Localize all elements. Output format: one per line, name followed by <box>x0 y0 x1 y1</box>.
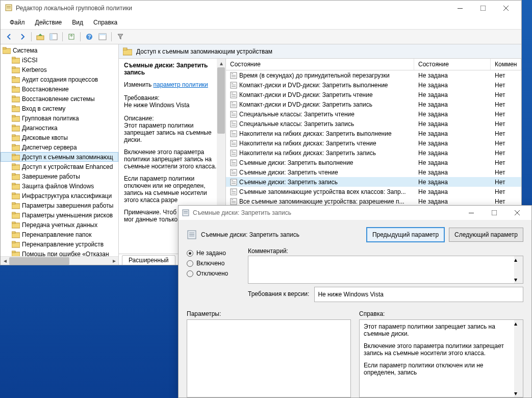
scroll-up-button[interactable]: ▴ <box>514 320 523 327</box>
svg-rect-110 <box>232 190 233 190</box>
policy-comment: Нет <box>491 111 521 118</box>
close-button[interactable] <box>494 1 517 15</box>
navigation-tree[interactable]: Система iSCSIKerberosАудит создания проц… <box>1 44 118 256</box>
tree-item[interactable]: Доступ к съемным запоминающ <box>1 152 118 162</box>
column-state-2[interactable]: Состояние <box>414 59 491 70</box>
next-setting-button[interactable]: Следующий параметр <box>449 228 523 242</box>
policy-row[interactable]: Съемные запоминающие устройства всех кла… <box>226 187 521 196</box>
previous-setting-button[interactable]: Предыдущий параметр <box>366 227 445 242</box>
scroll-thumb[interactable] <box>217 67 225 134</box>
tree-item[interactable]: Групповая политика <box>1 113 118 123</box>
folder-icon <box>12 144 20 151</box>
scroll-thumb[interactable] <box>9 257 69 265</box>
comment-textarea[interactable]: ▴ ▾ <box>248 256 523 284</box>
dialog-close-button[interactable] <box>505 206 528 220</box>
description-label: Описание: <box>124 115 220 122</box>
policy-name: Специальные классы: Запретить чтение <box>239 111 354 118</box>
help-paragraph-3: Если параметр политики отключен или не о… <box>364 362 519 376</box>
tree-horizontal-scrollbar[interactable]: ◂ ▸ <box>1 256 118 265</box>
policy-row[interactable]: Специальные классы: Запретить записьНе з… <box>226 119 521 129</box>
policy-row[interactable]: Время (в секундах) до принудительной пер… <box>226 70 521 80</box>
tree-item[interactable]: Передача учетных данных <box>1 220 118 230</box>
column-comment[interactable]: Коммен <box>491 59 521 70</box>
policy-state: Не задана <box>414 130 491 137</box>
tree-root[interactable]: Система <box>1 45 118 55</box>
tree-item[interactable]: Вход в систему <box>1 104 118 113</box>
properties-button[interactable] <box>97 31 108 42</box>
tree-item[interactable]: Параметры уменьшения рисков <box>1 210 118 220</box>
policy-setting-icon <box>230 140 237 147</box>
tree-item[interactable]: Защита файлов Windows <box>1 181 118 191</box>
tree-item[interactable]: Доступ к устройствам Enhanced <box>1 162 118 171</box>
scroll-left-button[interactable]: ◂ <box>1 257 9 265</box>
tree-item[interactable]: Аудит создания процессов <box>1 74 118 84</box>
policy-row[interactable]: Съемные диски: Запретить записьНе задана… <box>226 177 521 187</box>
forward-button[interactable] <box>17 31 28 42</box>
policy-row[interactable]: Специальные классы: Запретить чтениеНе з… <box>226 109 521 119</box>
tree-item[interactable]: Инфраструктура классификаци <box>1 191 118 201</box>
policy-row[interactable]: Съемные диски: Запретить чтениеНе задана… <box>226 167 521 177</box>
scroll-up-button[interactable]: ▴ <box>217 59 225 67</box>
tree-item-label: Доступ к устройствам Enhanced <box>22 163 113 170</box>
tree-item[interactable]: Восстановление системы <box>1 94 118 104</box>
dialog-minimize-button[interactable] <box>460 206 483 220</box>
radio-not-configured[interactable]: Не задано <box>187 250 243 257</box>
policy-setting-icon <box>230 91 237 98</box>
menu-help[interactable]: Справка <box>88 17 122 28</box>
tree-item[interactable]: Дисковые квоты <box>1 133 118 142</box>
scroll-right-button[interactable]: ▸ <box>110 257 118 265</box>
location-label: Доступ к съемным запоминающим устройства… <box>136 48 272 55</box>
help-scrollbar[interactable]: ▴ ▾ <box>514 320 523 397</box>
policy-row[interactable]: Компакт-диски и DVD-диски: Запретить зап… <box>226 100 521 109</box>
tree-item-label: Перенаправление папок <box>22 231 92 238</box>
svg-rect-30 <box>12 115 15 117</box>
policy-row[interactable]: Съемные диски: Запретить выполнениеНе за… <box>226 158 521 167</box>
tab-extended[interactable]: Расширенный <box>122 255 175 265</box>
policy-name: Съемные диски: Запретить чтение <box>239 169 338 176</box>
column-state-1[interactable]: Состояние <box>226 59 414 70</box>
menu-file[interactable]: Файл <box>5 17 30 28</box>
scroll-up-button[interactable]: ▴ <box>514 256 523 263</box>
help-button[interactable]: ? <box>84 31 95 42</box>
svg-rect-76 <box>232 106 236 106</box>
policy-row[interactable]: Накопители на гибких дисках: Запретить в… <box>226 129 521 138</box>
back-button[interactable] <box>4 31 15 42</box>
tree-item-label: Групповая политика <box>22 115 79 122</box>
svg-rect-84 <box>232 125 236 126</box>
export-button[interactable] <box>66 31 77 42</box>
policy-row[interactable]: Накопители на гибких дисках: Запретить ч… <box>226 138 521 148</box>
minimize-button[interactable] <box>448 1 471 15</box>
svg-rect-82 <box>232 122 233 122</box>
folder-icon <box>12 231 20 238</box>
tree-item[interactable]: iSCSI <box>1 55 118 65</box>
up-button[interactable] <box>35 31 46 42</box>
tree-item[interactable]: Параметры завершения работы <box>1 201 118 210</box>
show-hide-tree-button[interactable] <box>48 31 59 42</box>
tree-item[interactable]: Диагностика <box>1 123 118 133</box>
scroll-down-button[interactable]: ▾ <box>514 276 523 283</box>
policy-row[interactable]: Накопители на гибких дисках: Запретить з… <box>226 148 521 158</box>
tree-item[interactable]: Завершение работы <box>1 171 118 181</box>
policy-row[interactable]: Компакт-диски и DVD-диски: Запретить вып… <box>226 80 521 90</box>
tree-item[interactable]: Перенаправление папок <box>1 230 118 239</box>
tree-item[interactable]: Восстановление <box>1 84 118 94</box>
dialog-maximize-button[interactable] <box>483 206 505 220</box>
filter-button[interactable] <box>115 31 126 42</box>
folder-icon <box>12 202 20 209</box>
main-titlebar: Редактор локальной групповой политики <box>1 1 521 16</box>
svg-rect-126 <box>189 234 194 235</box>
tree-item[interactable]: Диспетчер сервера <box>1 142 118 152</box>
menu-action[interactable]: Действие <box>30 17 67 28</box>
maximize-button[interactable] <box>471 1 494 15</box>
policy-row[interactable]: Компакт-диски и DVD-диски: Запретить чте… <box>226 90 521 100</box>
tree-item[interactable]: Помощь при ошибке «Отказан <box>1 249 118 256</box>
tree-item-label: Восстановление <box>22 86 69 93</box>
radio-enabled[interactable]: Включено <box>187 260 243 267</box>
menu-view[interactable]: Вид <box>67 17 88 28</box>
scroll-down-button[interactable]: ▾ <box>514 390 523 397</box>
svg-rect-48 <box>12 203 15 204</box>
tree-item[interactable]: Kerberos <box>1 65 118 74</box>
edit-policy-link[interactable]: параметр политики <box>153 81 208 88</box>
radio-disabled[interactable]: Отключено <box>187 270 243 277</box>
tree-item[interactable]: Перенаправление устройств <box>1 239 118 249</box>
